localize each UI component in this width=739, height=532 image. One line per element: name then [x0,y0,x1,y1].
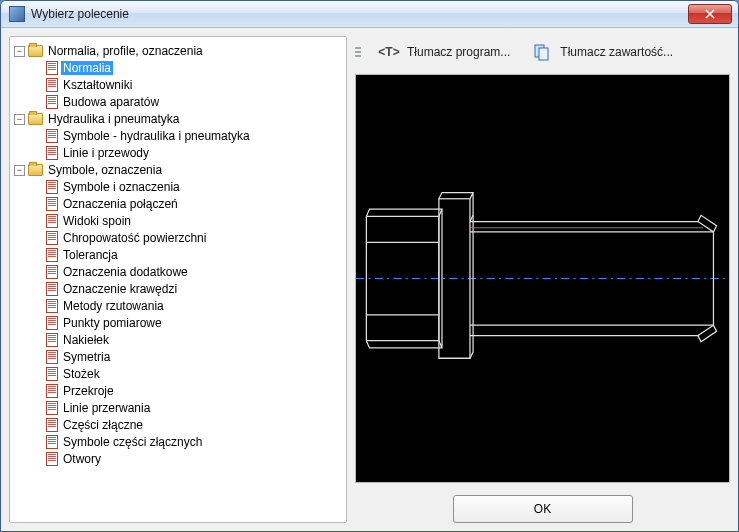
tree-item-label: Symbole, oznaczenia [46,163,164,177]
translate-content-label: Tłumacz zawartość... [560,45,673,59]
tree-item-label: Symbole i oznaczenia [61,180,182,194]
tree-item-label: Symbole - hydraulika i pneumatyka [61,129,252,143]
tree-item[interactable]: Części złączne [32,417,342,434]
tree-item[interactable]: Normalia [32,60,342,77]
tree-item-label: Tolerancja [61,248,120,262]
tree-item-label: Stożek [61,367,102,381]
expander-icon[interactable]: − [14,46,25,57]
tree-item-label: Nakiełek [61,333,111,347]
tree-item[interactable]: Budowa aparatów [32,94,342,111]
translate-program-label: Tłumacz program... [407,45,510,59]
tree-item[interactable]: Oznaczenie krawędzi [32,281,342,298]
document-icon [46,180,58,194]
preview-pane [355,74,730,483]
document-icon [46,367,58,381]
document-icon [46,231,58,245]
ok-button[interactable]: OK [453,495,633,523]
tree-panel[interactable]: −Normalia, profile, oznaczeniaNormaliaKs… [9,36,347,523]
document-icon [46,299,58,313]
tree-folder[interactable]: −Symbole, oznaczenia [14,162,342,179]
tree-item[interactable]: Tolerancja [32,247,342,264]
tree-item[interactable]: Metody rzutowania [32,298,342,315]
document-icon [46,95,58,109]
close-button[interactable] [688,4,732,24]
right-panel: <T> Tłumacz program... Tłumacz zawartość… [355,36,730,523]
tree-folder[interactable]: −Normalia, profile, oznaczenia [14,43,342,60]
document-icon [46,78,58,92]
toolbar: <T> Tłumacz program... Tłumacz zawartość… [355,36,730,68]
document-icon [46,146,58,160]
translate-program-button[interactable]: <T> Tłumacz program... [375,40,514,64]
tree-item-label: Widoki spoin [61,214,133,228]
tree-item-label: Oznaczenia połączeń [61,197,180,211]
window-title: Wybierz polecenie [31,7,688,21]
documents-icon [532,42,552,62]
tree-item[interactable]: Symbole części złącznych [32,434,342,451]
tree-item-label: Symetria [61,350,112,364]
tree-item[interactable]: Przekroje [32,383,342,400]
document-icon [46,401,58,415]
button-row: OK [355,489,730,523]
tree-item[interactable]: Symbole i oznaczenia [32,179,342,196]
content-area: −Normalia, profile, oznaczeniaNormaliaKs… [1,28,738,531]
translate-content-button[interactable]: Tłumacz zawartość... [528,40,677,64]
tree-item-label: Metody rzutowania [61,299,166,313]
tree-item[interactable]: Symbole - hydraulika i pneumatyka [32,128,342,145]
tree-item[interactable]: Widoki spoin [32,213,342,230]
folder-icon [28,113,43,125]
tree-item[interactable]: Oznaczenia połączeń [32,196,342,213]
document-icon [46,197,58,211]
tree-item[interactable]: Linie przerwania [32,400,342,417]
tree-item[interactable]: Symetria [32,349,342,366]
svg-rect-1 [539,48,548,60]
expander-icon[interactable]: − [14,165,25,176]
tree-item[interactable]: Otwory [32,451,342,468]
document-icon [46,350,58,364]
document-icon [46,418,58,432]
tree-item-label: Symbole części złącznych [61,435,204,449]
tree-item[interactable]: Punkty pomiarowe [32,315,342,332]
tree-item-label: Budowa aparatów [61,95,161,109]
document-icon [46,452,58,466]
app-icon [9,6,25,22]
tree-item-label: Kształtowniki [61,78,134,92]
document-icon [46,333,58,347]
titlebar[interactable]: Wybierz polecenie [1,1,738,28]
tree-item-label: Części złączne [61,418,145,432]
document-icon [46,384,58,398]
document-icon [46,214,58,228]
document-icon [46,129,58,143]
tree-item-label: Chropowatość powierzchni [61,231,208,245]
tree-item-label: Linie przerwania [61,401,152,415]
tree-item[interactable]: Oznaczenia dodatkowe [32,264,342,281]
folder-icon [28,45,43,57]
tree-item[interactable]: Stożek [32,366,342,383]
document-icon [46,248,58,262]
folder-icon [28,164,43,176]
tree-item-label: Normalia, profile, oznaczenia [46,44,205,58]
dialog-window: Wybierz polecenie −Normalia, profile, oz… [0,0,739,532]
document-icon [46,282,58,296]
document-icon [46,265,58,279]
tree-item[interactable]: Nakiełek [32,332,342,349]
tree-folder[interactable]: −Hydraulika i pneumatyka [14,111,342,128]
document-icon [46,435,58,449]
document-icon [46,316,58,330]
tree-item[interactable]: Kształtowniki [32,77,342,94]
tree-item-label: Otwory [61,452,103,466]
tree-item-label: Oznaczenia dodatkowe [61,265,190,279]
tree-item-label: Normalia [61,61,113,75]
tree-item-label: Oznaczenie krawędzi [61,282,179,296]
document-icon [46,61,58,75]
tree-item-label: Punkty pomiarowe [61,316,164,330]
text-tag-icon: <T> [379,42,399,62]
tree-item-label: Hydraulika i pneumatyka [46,112,181,126]
tree-item[interactable]: Chropowatość powierzchni [32,230,342,247]
preview-drawing [356,75,729,482]
toolbar-grip-icon [355,47,361,57]
tree-item-label: Linie i przewody [61,146,151,160]
tree-item[interactable]: Linie i przewody [32,145,342,162]
expander-icon[interactable]: − [14,114,25,125]
close-icon [705,9,715,19]
tree-item-label: Przekroje [61,384,116,398]
